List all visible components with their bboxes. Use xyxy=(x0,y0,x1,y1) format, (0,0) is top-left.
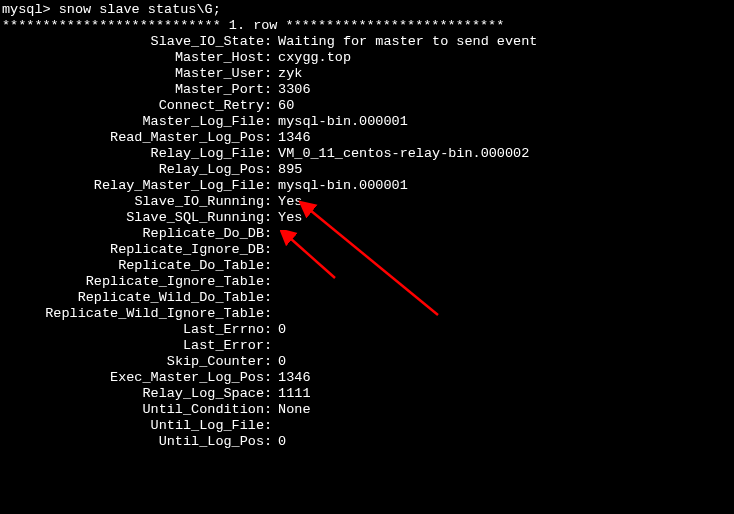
status-row: Relay_Log_Space:1111 xyxy=(2,386,732,402)
colon: : xyxy=(264,258,278,274)
status-label: Last_Errno xyxy=(2,322,264,338)
status-row: Relay_Log_Pos:895 xyxy=(2,162,732,178)
status-value: None xyxy=(278,402,310,418)
status-label: Master_Log_File xyxy=(2,114,264,130)
colon: : xyxy=(264,434,278,450)
colon: : xyxy=(264,66,278,82)
status-label: Replicate_Do_DB xyxy=(2,226,264,242)
status-label: Until_Condition xyxy=(2,402,264,418)
status-label: Relay_Log_Space xyxy=(2,386,264,402)
status-value: 3306 xyxy=(278,82,310,98)
colon: : xyxy=(264,98,278,114)
status-value: 1346 xyxy=(278,130,310,146)
status-row: Skip_Counter:0 xyxy=(2,354,732,370)
status-label: Last_Error xyxy=(2,338,264,354)
status-label: Until_Log_Pos xyxy=(2,434,264,450)
status-value: 60 xyxy=(278,98,294,114)
status-label: Read_Master_Log_Pos xyxy=(2,130,264,146)
colon: : xyxy=(264,370,278,386)
status-row: Exec_Master_Log_Pos:1346 xyxy=(2,370,732,386)
status-row: Relay_Log_File:VM_0_11_centos-relay-bin.… xyxy=(2,146,732,162)
status-row: Replicate_Wild_Do_Table: xyxy=(2,290,732,306)
colon: : xyxy=(264,194,278,210)
colon: : xyxy=(264,178,278,194)
status-value: 1111 xyxy=(278,386,310,402)
status-label: Relay_Master_Log_File xyxy=(2,178,264,194)
status-row: Master_Log_File:mysql-bin.000001 xyxy=(2,114,732,130)
status-row: Until_Log_Pos:0 xyxy=(2,434,732,450)
colon: : xyxy=(264,338,278,354)
status-label: Replicate_Ignore_Table xyxy=(2,274,264,290)
colon: : xyxy=(264,306,278,322)
colon: : xyxy=(264,226,278,242)
status-value: mysql-bin.000001 xyxy=(278,114,408,130)
status-label: Connect_Retry xyxy=(2,98,264,114)
status-label: Slave_IO_State xyxy=(2,34,264,50)
status-label: Master_User xyxy=(2,66,264,82)
status-row: Replicate_Ignore_DB: xyxy=(2,242,732,258)
status-row: Replicate_Do_Table: xyxy=(2,258,732,274)
status-label: Slave_IO_Running xyxy=(2,194,264,210)
status-row: Relay_Master_Log_File:mysql-bin.000001 xyxy=(2,178,732,194)
colon: : xyxy=(264,50,278,66)
colon: : xyxy=(264,354,278,370)
colon: : xyxy=(264,130,278,146)
colon: : xyxy=(264,82,278,98)
status-label: Relay_Log_File xyxy=(2,146,264,162)
status-row: Replicate_Ignore_Table: xyxy=(2,274,732,290)
colon: : xyxy=(264,242,278,258)
status-row: Last_Error: xyxy=(2,338,732,354)
colon: : xyxy=(264,418,278,434)
status-label: Slave_SQL_Running xyxy=(2,210,264,226)
status-row: Master_User:zyk xyxy=(2,66,732,82)
status-label: Relay_Log_Pos xyxy=(2,162,264,178)
status-label: Master_Host xyxy=(2,50,264,66)
status-value: zyk xyxy=(278,66,302,82)
status-value: VM_0_11_centos-relay-bin.000002 xyxy=(278,146,529,162)
status-row: Slave_IO_Running:Yes xyxy=(2,194,732,210)
status-row: Until_Condition:None xyxy=(2,402,732,418)
status-row: Replicate_Do_DB: xyxy=(2,226,732,242)
status-value: 0 xyxy=(278,354,286,370)
status-value: Yes xyxy=(278,210,302,226)
colon: : xyxy=(264,114,278,130)
status-rows: Slave_IO_State:Waiting for master to sen… xyxy=(2,34,732,450)
status-row: Master_Port:3306 xyxy=(2,82,732,98)
status-row: Master_Host:cxygg.top xyxy=(2,50,732,66)
status-value: Waiting for master to send event xyxy=(278,34,537,50)
row-separator: *************************** 1. row *****… xyxy=(2,18,732,34)
colon: : xyxy=(264,386,278,402)
status-row: Connect_Retry:60 xyxy=(2,98,732,114)
status-value: cxygg.top xyxy=(278,50,351,66)
status-label: Replicate_Do_Table xyxy=(2,258,264,274)
status-row: Replicate_Wild_Ignore_Table: xyxy=(2,306,732,322)
status-label: Exec_Master_Log_Pos xyxy=(2,370,264,386)
status-label: Replicate_Ignore_DB xyxy=(2,242,264,258)
status-label: Skip_Counter xyxy=(2,354,264,370)
status-value: 0 xyxy=(278,322,286,338)
colon: : xyxy=(264,274,278,290)
colon: : xyxy=(264,402,278,418)
status-row: Slave_IO_State:Waiting for master to sen… xyxy=(2,34,732,50)
status-value: mysql-bin.000001 xyxy=(278,178,408,194)
status-label: Replicate_Wild_Ignore_Table xyxy=(2,306,264,322)
status-label: Master_Port xyxy=(2,82,264,98)
colon: : xyxy=(264,34,278,50)
status-value: 1346 xyxy=(278,370,310,386)
colon: : xyxy=(264,290,278,306)
status-row: Read_Master_Log_Pos:1346 xyxy=(2,130,732,146)
status-label: Replicate_Wild_Do_Table xyxy=(2,290,264,306)
status-value: 895 xyxy=(278,162,302,178)
colon: : xyxy=(264,322,278,338)
command-prompt: mysql> snow slave status\G; xyxy=(2,2,732,18)
status-row: Slave_SQL_Running:Yes xyxy=(2,210,732,226)
status-row: Until_Log_File: xyxy=(2,418,732,434)
status-label: Until_Log_File xyxy=(2,418,264,434)
colon: : xyxy=(264,162,278,178)
colon: : xyxy=(264,146,278,162)
colon: : xyxy=(264,210,278,226)
status-row: Last_Errno:0 xyxy=(2,322,732,338)
status-value: 0 xyxy=(278,434,286,450)
status-value: Yes xyxy=(278,194,302,210)
